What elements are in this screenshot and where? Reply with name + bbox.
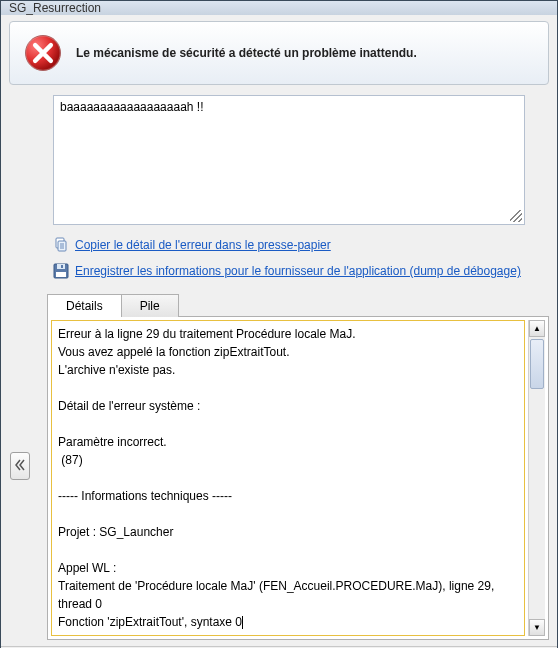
dialog-content: Le mécanisme de sécurité a détecté un pr… xyxy=(1,15,557,648)
svg-rect-9 xyxy=(61,265,63,268)
user-message-box xyxy=(53,95,525,225)
error-dialog: SG_Resurrection Le méca xyxy=(0,0,558,648)
scroll-track[interactable] xyxy=(529,337,545,619)
collapse-toggle-button[interactable] xyxy=(10,452,30,480)
save-disk-icon xyxy=(53,263,69,279)
save-dump-link[interactable]: Enregistrer les informations pour le fou… xyxy=(75,264,521,278)
copy-error-link[interactable]: Copier le détail de l'erreur dans le pre… xyxy=(75,238,331,252)
user-message-textarea[interactable] xyxy=(54,96,524,224)
error-message: Le mécanisme de sécurité a détecté un pr… xyxy=(76,46,417,60)
tab-details[interactable]: Détails xyxy=(47,294,122,317)
scroll-thumb[interactable] xyxy=(530,339,544,389)
text-caret xyxy=(242,616,243,629)
vertical-scrollbar[interactable]: ▲ ▼ xyxy=(528,320,545,636)
details-panel: Erreur à la ligne 29 du traitement Procé… xyxy=(47,316,549,640)
tab-strip: Détails Pile xyxy=(47,293,549,316)
details-textarea[interactable]: Erreur à la ligne 29 du traitement Procé… xyxy=(51,320,525,636)
scroll-up-button[interactable]: ▲ xyxy=(529,320,545,337)
tab-stack[interactable]: Pile xyxy=(121,294,179,317)
title-bar[interactable]: SG_Resurrection xyxy=(1,1,557,15)
double-chevron-left-icon xyxy=(15,458,25,474)
svg-rect-10 xyxy=(56,272,66,277)
error-icon xyxy=(22,32,64,74)
copy-icon xyxy=(53,237,69,253)
scroll-down-button[interactable]: ▼ xyxy=(529,619,545,636)
error-header: Le mécanisme de sécurité a détecté un pr… xyxy=(9,21,549,85)
window-title: SG_Resurrection xyxy=(9,1,101,15)
